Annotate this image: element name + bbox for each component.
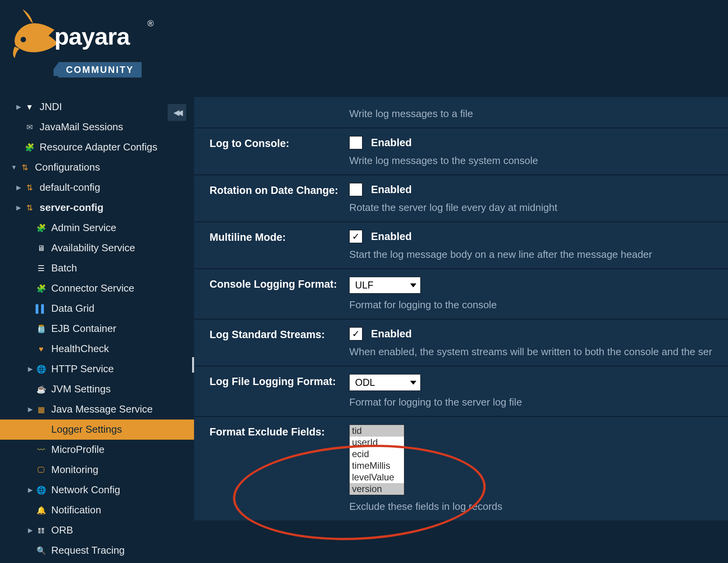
sidebar-item-label: Connector Service: [51, 282, 134, 294]
enabled-checkbox[interactable]: [349, 136, 362, 149]
setting-description: When enabled, the system streams will be…: [349, 346, 728, 358]
sidebar-item-default-config[interactable]: ▶⇅default-config: [0, 178, 194, 198]
config-icon: ⇅: [24, 202, 35, 213]
tree-collapsed-icon[interactable]: ▶: [16, 103, 22, 111]
chevron-double-left-icon: ◀◀: [173, 108, 180, 117]
setting-row-std: Log Standard Streams:✓EnabledWhen enable…: [194, 319, 728, 366]
sidebar-item-http-service[interactable]: ▶🌐HTTP Service: [0, 359, 194, 379]
sidebar-item-server-config[interactable]: ▶⇅server-config: [0, 198, 194, 218]
sidebar-item-configurations[interactable]: ▼⇅Configurations: [0, 157, 194, 178]
sidebar-item-availability-service[interactable]: 🖥Availability Service: [0, 238, 194, 258]
enabled-checkbox[interactable]: ✓: [349, 327, 362, 340]
sidebar-item-label: HealthCheck: [51, 343, 109, 355]
sidebar-item-java-message-service[interactable]: ▶▦Java Message Service: [0, 399, 194, 420]
sidebar-item-label: default-config: [40, 181, 100, 193]
setting-row-multiline: Multiline Mode:✓EnabledStart the log mes…: [194, 221, 728, 268]
sidebar-item-label: Java Message Service: [51, 403, 153, 415]
tree-expanded-icon[interactable]: ▼: [11, 164, 17, 171]
sidebar-collapse-button[interactable]: ◀◀: [168, 104, 186, 121]
logger-settings-form: Write log messages to a fileLog to Conso…: [194, 97, 728, 520]
sidebar-item-ejb-container[interactable]: 🫙EJB Container: [0, 319, 194, 339]
select-value: ULF: [355, 280, 373, 290]
sidebar-item-admin-service[interactable]: 🧩Admin Service: [0, 218, 194, 238]
sidebar-item-request-tracing[interactable]: 🔍Request Tracing: [0, 541, 194, 561]
exclude-option-version[interactable]: version: [350, 483, 404, 495]
setting-label: Format Exclude Fields:: [210, 425, 349, 438]
enabled-checkbox[interactable]: ✓: [349, 230, 362, 243]
setting-description: Write log messages to the system console: [349, 155, 728, 167]
setting-row-filefmt: Log File Logging Format:ODLFormat for lo…: [194, 366, 728, 416]
sidebar-item-label: EJB Container: [51, 323, 116, 335]
sidebar-item-jvm-settings[interactable]: ☕JVM Settings: [0, 379, 194, 399]
sidebar-item-jndi[interactable]: ▶▼JNDI: [0, 97, 194, 117]
sidebar-item-label: MicroProfile: [51, 444, 104, 456]
exclude-option-ecid[interactable]: ecid: [350, 448, 404, 460]
setting-control: EnabledRotate the server log file every …: [349, 183, 728, 214]
logger-icon: ▤: [36, 424, 47, 435]
config-icon: ⇅: [24, 182, 35, 193]
mail-icon: ✉: [24, 122, 35, 133]
tree-collapsed-icon[interactable]: ▶: [27, 365, 33, 373]
sidebar-item-logger-settings[interactable]: ▤Logger Settings: [0, 420, 194, 440]
sidebar-item-data-grid[interactable]: ▌▌Data Grid: [0, 299, 194, 319]
sidebar-item-orb[interactable]: ▶𝌮ORB: [0, 520, 194, 541]
setting-label: Log to Console:: [210, 136, 349, 150]
sidebar-item-label: Request Tracing: [51, 544, 125, 556]
sidebar-item-label: Admin Service: [51, 222, 116, 234]
tree-collapsed-icon[interactable]: ▶: [27, 406, 33, 413]
puzzle-icon: 🧩: [24, 142, 35, 153]
sidebar-item-monitoring[interactable]: 🖵Monitoring: [0, 460, 194, 480]
setting-description: Write log messages to a file: [349, 108, 728, 120]
sidebar-item-healthcheck[interactable]: ♥HealthCheck: [0, 339, 194, 359]
setting-description: Rotate the server log file every day at …: [349, 202, 728, 214]
search-icon: 🔍: [36, 545, 47, 556]
sidebar-item-label: Resource Adapter Configs: [40, 141, 158, 153]
tree-collapsed-icon[interactable]: ▶: [27, 527, 33, 534]
setting-control: tiduserIdecidtimeMillislevelValueversion…: [349, 425, 728, 513]
exclude-option-userid[interactable]: userId: [350, 437, 404, 448]
setting-row-console: Log to Console:EnabledWrite log messages…: [194, 128, 728, 174]
sidebar-item-label: server-config: [40, 202, 104, 214]
exclude-option-levelvalue[interactable]: levelValue: [350, 471, 404, 483]
navigation-tree: ▶▼JNDI✉JavaMail Sessions🧩Resource Adapte…: [0, 97, 194, 561]
exclude-option-tid[interactable]: tid: [350, 425, 404, 437]
brand-logo[interactable]: payara ® COMMUNITY: [12, 4, 167, 81]
puzzle-icon: 🧩: [36, 283, 47, 294]
grid-icon: ▌▌: [36, 303, 47, 314]
setting-row-logtofile: Write log messages to a file: [194, 97, 728, 128]
configs-icon: ⇅: [19, 162, 30, 173]
sidebar-item-microprofile[interactable]: 〰MicroProfile: [0, 440, 194, 460]
setting-row-exclude: Format Exclude Fields:tiduserIdecidtimeM…: [194, 416, 728, 520]
tree-collapsed-icon[interactable]: ▶: [16, 184, 22, 191]
sidebar-item-notification[interactable]: 🔔Notification: [0, 500, 194, 520]
heart-icon: ♥: [36, 344, 47, 354]
filefmt-select[interactable]: ODL: [349, 374, 421, 391]
sidebar-item-resource-adapter-configs[interactable]: 🧩Resource Adapter Configs: [0, 137, 194, 157]
enabled-label: Enabled: [371, 328, 412, 340]
sidebar-item-label: Monitoring: [51, 464, 98, 476]
sidebar-item-label: Network Config: [51, 484, 120, 496]
sidebar-item-connector-service[interactable]: 🧩Connector Service: [0, 278, 194, 299]
tree-collapsed-icon[interactable]: ▶: [27, 486, 33, 494]
setting-label: Console Logging Format:: [210, 277, 349, 290]
bell-icon: 🔔: [36, 505, 47, 516]
setting-control: EnabledWrite log messages to the system …: [349, 136, 728, 167]
sidebar-item-network-config[interactable]: ▶🌐Network Config: [0, 480, 194, 500]
setting-label: Log Standard Streams:: [210, 327, 349, 341]
funnel-icon: ▼: [24, 102, 35, 112]
enabled-checkbox[interactable]: [349, 183, 362, 196]
tree-collapsed-icon[interactable]: ▶: [16, 204, 22, 211]
exclude-option-timemillis[interactable]: timeMillis: [350, 460, 404, 471]
globe-icon: 🌐: [36, 364, 47, 375]
setting-label: Multiline Mode:: [210, 230, 349, 244]
orb-icon: 𝌮: [36, 525, 47, 536]
confmt-select[interactable]: ULF: [349, 277, 421, 294]
setting-description: Format for logging to the server log fil…: [349, 396, 728, 408]
sidebar-item-label: Data Grid: [51, 302, 94, 314]
setting-label: Log File Logging Format:: [210, 374, 349, 388]
jms-icon: ▦: [36, 404, 47, 415]
exclude-fields-multiselect[interactable]: tiduserIdecidtimeMillislevelValueversion: [349, 425, 404, 495]
enabled-label: Enabled: [371, 184, 412, 196]
sidebar-item-javamail-sessions[interactable]: ✉JavaMail Sessions: [0, 117, 194, 137]
sidebar-item-batch[interactable]: ☰Batch: [0, 258, 194, 278]
